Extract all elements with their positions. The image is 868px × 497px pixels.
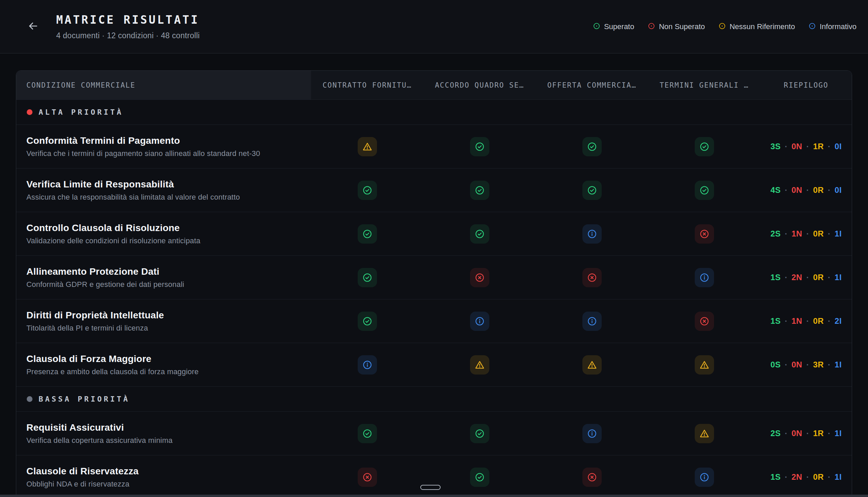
- summary-non-superato: 1N: [792, 316, 802, 326]
- condition-subtitle: Titolarità della PI e termini di licenza: [26, 324, 297, 332]
- x-circle-icon[interactable]: [358, 468, 377, 487]
- summary-cell: 0S·0N·3R·1I: [760, 360, 852, 369]
- column-header-condition: CONDIZIONE COMMERCIALE: [16, 71, 311, 99]
- condition-title: Requisiti Assicurativi: [26, 422, 297, 433]
- condition-cell: Clausola di Forza Maggiore Presenza e am…: [16, 354, 311, 376]
- info-circle-icon[interactable]: [470, 312, 489, 331]
- legend-item-informativo: Informativo: [809, 22, 856, 31]
- condition-subtitle: Verifica che i termini di pagamento sian…: [26, 149, 297, 158]
- condition-title: Allineamento Protezione Dati: [26, 266, 297, 277]
- check-circle-icon[interactable]: [470, 137, 489, 156]
- table-row[interactable]: Controllo Clausola di Risoluzione Valida…: [16, 212, 852, 255]
- status-dot-icon: [593, 22, 600, 31]
- check-circle-icon[interactable]: [470, 224, 489, 244]
- check-circle-icon[interactable]: [358, 224, 377, 244]
- horizontal-scrollbar-handle[interactable]: [420, 485, 441, 490]
- condition-cell: Clausole di Riservatezza Obblighi NDA e …: [16, 466, 311, 488]
- warning-triangle-icon[interactable]: [695, 355, 714, 374]
- warning-triangle-icon[interactable]: [695, 424, 714, 443]
- info-circle-icon[interactable]: [582, 224, 602, 244]
- check-circle-icon[interactable]: [470, 181, 489, 200]
- summary-riferimento: 0R: [813, 472, 824, 482]
- page-subtitle: 4 documenti · 12 condizioni · 48 control…: [56, 31, 200, 40]
- condition-title: Clausola di Forza Maggiore: [26, 354, 297, 364]
- legend-label: Non Superato: [659, 22, 705, 31]
- x-circle-icon[interactable]: [582, 268, 602, 287]
- check-circle-icon[interactable]: [695, 181, 714, 200]
- summary-informativo: 1I: [835, 273, 842, 282]
- summary-cell: 1S·2N·0R·1I: [760, 273, 852, 282]
- warning-triangle-icon[interactable]: [582, 355, 602, 374]
- info-circle-icon[interactable]: [582, 312, 602, 331]
- x-circle-icon[interactable]: [695, 312, 714, 331]
- check-circle-icon[interactable]: [695, 137, 714, 156]
- table-row[interactable]: Clausola di Forza Maggiore Presenza e am…: [16, 343, 852, 386]
- summary-cell: 1S·1N·0R·2I: [760, 316, 852, 326]
- section-label: BASSA PRIORITÀ: [39, 395, 130, 403]
- table-row[interactable]: Requisiti Assicurativi Verifica della co…: [16, 411, 852, 455]
- summary-superato: 1S: [770, 316, 781, 326]
- arrow-left-icon: [27, 20, 39, 33]
- summary-superato: 0S: [770, 360, 781, 369]
- x-circle-icon[interactable]: [470, 268, 489, 287]
- info-circle-icon[interactable]: [695, 468, 714, 487]
- summary-non-superato: 0N: [792, 142, 802, 151]
- summary-cell: 1S·2N·0R·1I: [760, 472, 852, 482]
- summary-informativo: 2I: [835, 316, 842, 326]
- legend-item-non-superato: Non Superato: [648, 22, 705, 31]
- back-button[interactable]: [25, 19, 41, 35]
- info-circle-icon[interactable]: [358, 355, 377, 374]
- column-header-summary: RIEPILOGO: [760, 81, 852, 89]
- condition-cell: Conformità Termini di Pagamento Verifica…: [16, 135, 311, 158]
- column-header-doc2[interactable]: ACCORDO QUADRO SE…: [423, 81, 536, 89]
- column-header-doc1[interactable]: CONTRATTO FORNITU…: [311, 81, 423, 89]
- summary-cell: 2S·0N·1R·1I: [760, 429, 852, 438]
- check-circle-icon[interactable]: [582, 181, 602, 200]
- summary-informativo: 0I: [835, 185, 842, 195]
- info-circle-icon[interactable]: [695, 268, 714, 287]
- condition-cell: Allineamento Protezione Dati Conformità …: [16, 266, 311, 289]
- table-row[interactable]: Verifica Limite di Responsabilità Assicu…: [16, 168, 852, 212]
- x-circle-icon[interactable]: [695, 224, 714, 244]
- condition-title: Clausole di Riservatezza: [26, 466, 297, 477]
- summary-informativo: 0I: [835, 142, 842, 151]
- info-circle-icon[interactable]: [582, 424, 602, 443]
- column-header-doc3[interactable]: OFFERTA COMMERCIA…: [536, 81, 648, 89]
- condition-subtitle: Obblighi NDA e di riservatezza: [26, 480, 297, 488]
- check-circle-icon[interactable]: [470, 468, 489, 487]
- condition-cell: Controllo Clausola di Risoluzione Valida…: [16, 223, 311, 245]
- warning-triangle-icon[interactable]: [358, 137, 377, 156]
- summary-riferimento: 0R: [813, 316, 824, 326]
- condition-cell: Verifica Limite di Responsabilità Assicu…: [16, 179, 311, 202]
- check-circle-icon[interactable]: [470, 424, 489, 443]
- condition-title: Verifica Limite di Responsabilità: [26, 179, 297, 190]
- matrix-header-row: CONDIZIONE COMMERCIALE CONTRATTO FORNITU…: [16, 71, 852, 99]
- summary-riferimento: 0R: [813, 185, 824, 195]
- summary-riferimento: 0R: [813, 273, 824, 282]
- check-circle-icon[interactable]: [358, 312, 377, 331]
- check-circle-icon[interactable]: [358, 268, 377, 287]
- summary-riferimento: 1R: [813, 142, 824, 151]
- x-circle-icon[interactable]: [582, 468, 602, 487]
- column-header-doc4[interactable]: TERMINI GENERALI …: [648, 81, 760, 89]
- table-row[interactable]: Clausole di Riservatezza Obblighi NDA e …: [16, 455, 852, 497]
- condition-title: Controllo Clausola di Risoluzione: [26, 223, 297, 233]
- table-row[interactable]: Diritti di Proprietà Intellettuale Titol…: [16, 299, 852, 343]
- summary-informativo: 1I: [835, 472, 842, 482]
- summary-superato: 2S: [770, 229, 781, 239]
- table-row[interactable]: Allineamento Protezione Dati Conformità …: [16, 255, 852, 299]
- summary-riferimento: 3R: [813, 360, 824, 369]
- priority-dot: [27, 396, 32, 402]
- check-circle-icon[interactable]: [358, 181, 377, 200]
- status-dot-icon: [648, 22, 655, 31]
- priority-dot: [27, 109, 32, 115]
- legend-item-superato: Superato: [593, 22, 634, 31]
- warning-triangle-icon[interactable]: [470, 355, 489, 374]
- page-title: MATRICE RISULTATI: [56, 13, 200, 26]
- table-row[interactable]: Conformità Termini di Pagamento Verifica…: [16, 125, 852, 168]
- check-circle-icon[interactable]: [582, 137, 602, 156]
- condition-subtitle: Presenza e ambito della clausola di forz…: [26, 367, 297, 376]
- summary-superato: 1S: [770, 472, 781, 482]
- check-circle-icon[interactable]: [358, 424, 377, 443]
- section-header-bassa-priorita: BASSA PRIORITÀ: [16, 386, 852, 411]
